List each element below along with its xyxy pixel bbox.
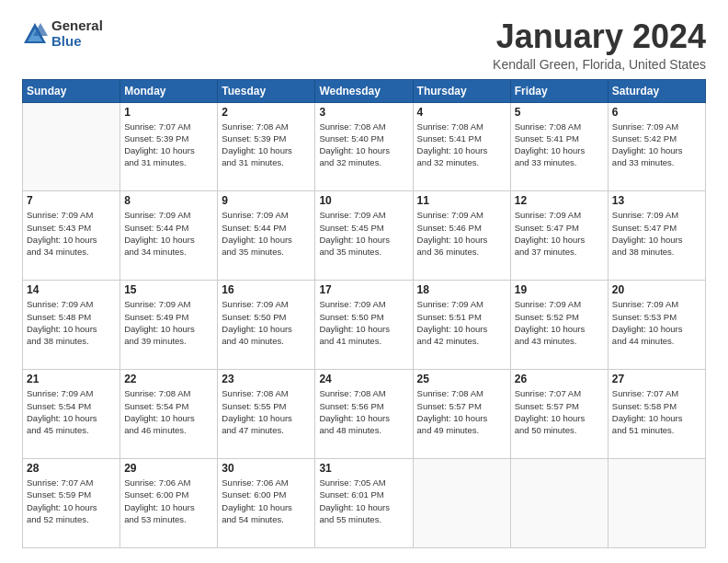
day-info: Sunrise: 7:09 AMSunset: 5:44 PMDaylight:… [222, 209, 311, 258]
day-number: 11 [417, 194, 506, 207]
week-row-3: 21Sunrise: 7:09 AMSunset: 5:54 PMDayligh… [23, 370, 706, 459]
day-info: Sunrise: 7:05 AMSunset: 6:01 PMDaylight:… [319, 477, 408, 525]
day-cell: 28Sunrise: 7:07 AMSunset: 5:59 PMDayligh… [23, 459, 120, 548]
day-number: 27 [612, 373, 701, 385]
day-number: 19 [515, 283, 604, 296]
day-info: Sunrise: 7:09 AMSunset: 5:54 PMDaylight:… [27, 387, 116, 436]
day-number: 20 [612, 283, 701, 296]
day-cell: 21Sunrise: 7:09 AMSunset: 5:54 PMDayligh… [23, 370, 120, 459]
day-cell [608, 459, 705, 548]
day-number: 28 [27, 462, 116, 475]
day-info: Sunrise: 7:07 AMSunset: 5:58 PMDaylight:… [612, 387, 701, 436]
day-number: 3 [319, 106, 408, 119]
day-number: 10 [319, 194, 408, 207]
day-number: 21 [27, 373, 116, 385]
col-saturday: Saturday [608, 79, 705, 102]
day-number: 1 [124, 106, 213, 119]
day-number: 22 [124, 373, 213, 385]
day-cell: 15Sunrise: 7:09 AMSunset: 5:49 PMDayligh… [120, 281, 218, 370]
day-cell: 5Sunrise: 7:08 AMSunset: 5:41 PMDaylight… [510, 102, 608, 191]
day-info: Sunrise: 7:09 AMSunset: 5:44 PMDaylight:… [124, 209, 213, 258]
day-number: 6 [612, 106, 701, 119]
day-cell: 9Sunrise: 7:09 AMSunset: 5:44 PMDaylight… [218, 191, 315, 281]
day-number: 26 [515, 373, 604, 385]
day-info: Sunrise: 7:07 AMSunset: 5:59 PMDaylight:… [27, 477, 116, 525]
day-info: Sunrise: 7:09 AMSunset: 5:45 PMDaylight:… [319, 209, 408, 258]
day-cell: 26Sunrise: 7:07 AMSunset: 5:57 PMDayligh… [510, 370, 608, 459]
day-number: 5 [515, 106, 604, 119]
day-number: 30 [222, 462, 311, 475]
day-info: Sunrise: 7:09 AMSunset: 5:42 PMDaylight:… [612, 121, 701, 169]
day-info: Sunrise: 7:08 AMSunset: 5:55 PMDaylight:… [222, 387, 311, 436]
day-cell: 17Sunrise: 7:09 AMSunset: 5:50 PMDayligh… [315, 281, 413, 370]
day-number: 24 [319, 373, 408, 385]
col-tuesday: Tuesday [218, 79, 315, 102]
title-block: January 2024 Kendall Green, Florida, Uni… [493, 18, 706, 72]
day-info: Sunrise: 7:09 AMSunset: 5:43 PMDaylight:… [27, 209, 116, 258]
logo-blue: Blue [51, 34, 103, 50]
day-info: Sunrise: 7:08 AMSunset: 5:41 PMDaylight:… [417, 121, 506, 169]
day-cell: 3Sunrise: 7:08 AMSunset: 5:40 PMDaylight… [315, 102, 413, 191]
day-info: Sunrise: 7:08 AMSunset: 5:40 PMDaylight:… [319, 121, 408, 169]
week-row-4: 28Sunrise: 7:07 AMSunset: 5:59 PMDayligh… [23, 459, 706, 548]
day-number: 7 [27, 194, 116, 207]
day-number: 8 [124, 194, 213, 207]
day-number: 18 [417, 283, 506, 296]
day-info: Sunrise: 7:09 AMSunset: 5:53 PMDaylight:… [612, 298, 701, 347]
day-cell: 25Sunrise: 7:08 AMSunset: 5:57 PMDayligh… [413, 370, 510, 459]
page: General Blue January 2024 Kendall Green,… [0, 0, 728, 563]
day-cell: 18Sunrise: 7:09 AMSunset: 5:51 PMDayligh… [413, 281, 510, 370]
day-number: 31 [319, 462, 408, 475]
week-row-0: 1Sunrise: 7:07 AMSunset: 5:39 PMDaylight… [23, 102, 706, 191]
col-wednesday: Wednesday [315, 79, 413, 102]
day-cell: 13Sunrise: 7:09 AMSunset: 5:47 PMDayligh… [608, 191, 705, 281]
day-number: 29 [124, 462, 213, 475]
logo-text: General Blue [51, 18, 103, 49]
day-info: Sunrise: 7:08 AMSunset: 5:41 PMDaylight:… [515, 121, 604, 169]
day-info: Sunrise: 7:06 AMSunset: 6:00 PMDaylight:… [222, 477, 311, 525]
day-number: 25 [417, 373, 506, 385]
day-cell: 10Sunrise: 7:09 AMSunset: 5:45 PMDayligh… [315, 191, 413, 281]
day-cell: 16Sunrise: 7:09 AMSunset: 5:50 PMDayligh… [218, 281, 315, 370]
day-cell: 23Sunrise: 7:08 AMSunset: 5:55 PMDayligh… [218, 370, 315, 459]
day-number: 15 [124, 283, 213, 296]
day-cell: 31Sunrise: 7:05 AMSunset: 6:01 PMDayligh… [315, 459, 413, 548]
day-number: 9 [222, 194, 311, 207]
day-info: Sunrise: 7:09 AMSunset: 5:47 PMDaylight:… [612, 209, 701, 258]
calendar-subtitle: Kendall Green, Florida, United States [493, 57, 706, 72]
day-cell: 4Sunrise: 7:08 AMSunset: 5:41 PMDaylight… [413, 102, 510, 191]
day-cell [413, 459, 510, 548]
day-cell [23, 102, 120, 191]
day-cell: 6Sunrise: 7:09 AMSunset: 5:42 PMDaylight… [608, 102, 705, 191]
day-info: Sunrise: 7:08 AMSunset: 5:54 PMDaylight:… [124, 387, 213, 436]
day-cell: 11Sunrise: 7:09 AMSunset: 5:46 PMDayligh… [413, 191, 510, 281]
week-row-1: 7Sunrise: 7:09 AMSunset: 5:43 PMDaylight… [23, 191, 706, 281]
day-number: 17 [319, 283, 408, 296]
day-info: Sunrise: 7:07 AMSunset: 5:57 PMDaylight:… [515, 387, 604, 436]
day-cell: 1Sunrise: 7:07 AMSunset: 5:39 PMDaylight… [120, 102, 218, 191]
col-thursday: Thursday [413, 79, 510, 102]
day-info: Sunrise: 7:09 AMSunset: 5:46 PMDaylight:… [417, 209, 506, 258]
day-number: 4 [417, 106, 506, 119]
header-row: Sunday Monday Tuesday Wednesday Thursday… [23, 79, 706, 102]
day-cell: 22Sunrise: 7:08 AMSunset: 5:54 PMDayligh… [120, 370, 218, 459]
header: General Blue January 2024 Kendall Green,… [22, 18, 706, 72]
day-number: 16 [222, 283, 311, 296]
day-cell: 24Sunrise: 7:08 AMSunset: 5:56 PMDayligh… [315, 370, 413, 459]
day-info: Sunrise: 7:09 AMSunset: 5:50 PMDaylight:… [222, 298, 311, 347]
day-info: Sunrise: 7:08 AMSunset: 5:57 PMDaylight:… [417, 387, 506, 436]
day-info: Sunrise: 7:08 AMSunset: 5:39 PMDaylight:… [222, 121, 311, 169]
logo-general: General [51, 18, 103, 34]
logo: General Blue [22, 18, 103, 49]
day-number: 23 [222, 373, 311, 385]
day-cell: 14Sunrise: 7:09 AMSunset: 5:48 PMDayligh… [23, 281, 120, 370]
day-cell [510, 459, 608, 548]
day-info: Sunrise: 7:09 AMSunset: 5:52 PMDaylight:… [515, 298, 604, 347]
day-info: Sunrise: 7:09 AMSunset: 5:50 PMDaylight:… [319, 298, 408, 347]
day-cell: 19Sunrise: 7:09 AMSunset: 5:52 PMDayligh… [510, 281, 608, 370]
logo-icon [22, 21, 48, 47]
day-info: Sunrise: 7:07 AMSunset: 5:39 PMDaylight:… [124, 121, 213, 169]
day-cell: 7Sunrise: 7:09 AMSunset: 5:43 PMDaylight… [23, 191, 120, 281]
day-info: Sunrise: 7:09 AMSunset: 5:48 PMDaylight:… [27, 298, 116, 347]
day-cell: 2Sunrise: 7:08 AMSunset: 5:39 PMDaylight… [218, 102, 315, 191]
